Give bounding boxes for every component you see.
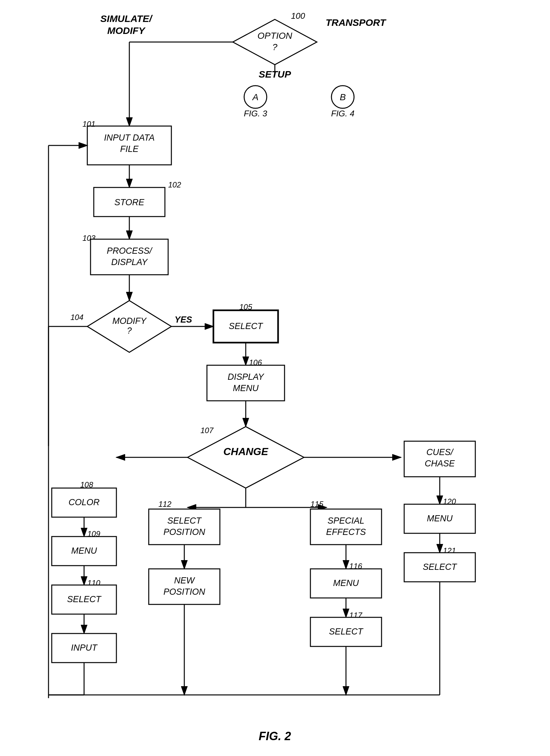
diagram-container: OPTION ? 100 SIMULATE/ MODIFY TRANSPORT … (0, 0, 550, 756)
circle-a-label: A (252, 92, 259, 102)
ref-102: 102 (168, 180, 181, 189)
change-diamond (187, 427, 304, 488)
new-position-text2: POSITION (163, 587, 205, 597)
input-data-file-text1: INPUT DATA (104, 133, 155, 143)
select-position-text1: SELECT (167, 516, 202, 526)
input-data-file-text2: FILE (120, 144, 139, 154)
ref-105: 105 (239, 303, 252, 311)
select-position-text2: POSITION (163, 527, 205, 537)
simulate-modify-label2: MODIFY (107, 25, 146, 36)
new-position-text1: NEW (174, 576, 196, 585)
menu-120-text: MENU (427, 514, 453, 523)
process-display-box (90, 239, 168, 275)
option-question: ? (272, 42, 278, 52)
ref-107: 107 (200, 426, 214, 435)
menu-109-text: MENU (71, 546, 97, 556)
ref-115: 115 (311, 500, 324, 508)
display-menu-text2: MENU (233, 383, 259, 393)
process-display-text2: DISPLAY (111, 257, 148, 267)
ref-112: 112 (158, 500, 171, 508)
fig3-label: FIG. 3 (244, 109, 267, 118)
special-effects-text2: EFFECTS (326, 527, 366, 537)
process-display-text1: PROCESS/ (107, 246, 153, 256)
store-text: STORE (114, 197, 145, 207)
input-text: INPUT (71, 643, 98, 653)
cues-chase-text2: CHASE (425, 459, 455, 468)
menu-116-text: MENU (333, 578, 359, 588)
special-effects-box (311, 509, 382, 545)
ref-100: 100 (291, 11, 305, 21)
ref-104: 104 (70, 313, 83, 322)
simulate-modify-label: SIMULATE/ (100, 13, 153, 24)
cues-chase-text1: CUES/ (427, 447, 454, 457)
modify-text: MODIFY (112, 316, 147, 326)
figure-label: FIG. 2 (259, 729, 291, 743)
ref-101: 101 (82, 120, 95, 128)
yes-label: YES (174, 315, 192, 325)
display-menu-text1: DISPLAY (227, 372, 264, 382)
display-menu-box (207, 365, 285, 401)
new-position-box (149, 569, 220, 604)
transport-label: TRANSPORT (326, 17, 387, 28)
select-110-text: SELECT (67, 594, 102, 604)
select-117-text: SELECT (329, 627, 364, 636)
select-105-text: SELECT (228, 321, 263, 331)
change-text: CHANGE (223, 446, 269, 457)
modify-question: ? (127, 326, 132, 335)
color-text: COLOR (69, 497, 100, 507)
special-effects-text1: SPECIAL (328, 516, 365, 526)
flowchart-svg: OPTION ? 100 SIMULATE/ MODIFY TRANSPORT … (0, 0, 550, 756)
select-position-box (149, 509, 220, 545)
option-text: OPTION (257, 31, 292, 41)
circle-b-label: B (340, 92, 346, 102)
fig4-label: FIG. 4 (331, 109, 354, 118)
select-121-text: SELECT (423, 562, 458, 572)
